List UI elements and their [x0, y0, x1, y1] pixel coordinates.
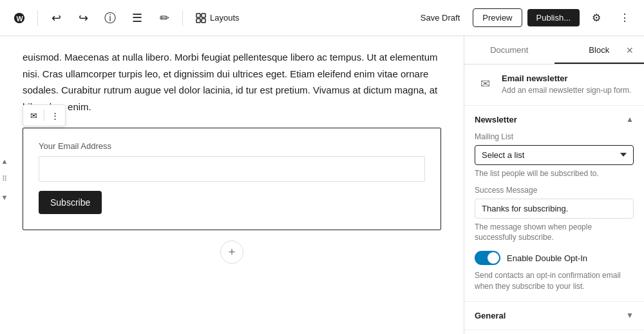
block-side-controls: ▲ ⠿ ▼	[0, 153, 12, 205]
success-message-label: Success Message	[475, 186, 634, 195]
toggle-track	[475, 251, 500, 265]
mailing-list-field: Mailing List Select a list The list peop…	[475, 132, 634, 179]
main-area: euismod. Maecenas at nulla libero. Morbi…	[0, 36, 644, 334]
block-icon-button[interactable]: ✉	[24, 106, 43, 124]
block-drag-handle[interactable]: ⠿	[0, 172, 12, 187]
double-optin-toggle[interactable]	[475, 251, 500, 265]
success-message-input[interactable]	[475, 199, 634, 219]
wp-logo-button[interactable]: W	[8, 6, 31, 30]
general-section: General ▼	[464, 302, 644, 330]
mailing-list-hint: The list people will be subscribed to.	[475, 168, 634, 179]
preview-button[interactable]: Preview	[473, 8, 522, 27]
email-address-label: Your Email Address	[39, 141, 425, 151]
double-optin-label: Enable Double Opt-In	[507, 253, 587, 263]
newsletter-section-title: Newsletter	[475, 115, 517, 124]
general-section-header[interactable]: General ▼	[464, 302, 644, 329]
double-optin-description: Send contacts an opt-in confirmation ema…	[475, 270, 634, 292]
svg-rect-2	[196, 14, 200, 17]
editor-paragraph: euismod. Maecenas at nulla libero. Morbi…	[23, 49, 441, 115]
toolbar-divider-1	[37, 10, 38, 26]
info-button[interactable]: ⓘ	[99, 6, 122, 30]
newsletter-chevron-icon: ▲	[626, 115, 634, 124]
mailing-list-select[interactable]: Select a list	[475, 145, 634, 165]
block-info-text: Email newsletter Add an email newsletter…	[502, 74, 631, 96]
list-view-button[interactable]: ☰	[126, 6, 149, 30]
sidebar-tab-bar: Document Block ✕	[464, 36, 644, 64]
toolbar-right: Save Draft Preview Publish... ⚙ ⋮	[413, 6, 636, 30]
success-message-hint: The message shown when people successful…	[475, 222, 634, 244]
layouts-icon	[196, 13, 206, 23]
block-toolbar-sep	[44, 110, 44, 121]
newsletter-section: Newsletter ▲ Mailing List Select a list …	[464, 106, 644, 302]
email-address-input[interactable]	[39, 156, 425, 182]
block-toolbar: ✉ ⋮	[23, 104, 66, 126]
email-newsletter-block: Your Email Address Subscribe	[23, 128, 441, 230]
double-optin-toggle-row: Enable Double Opt-In	[475, 251, 634, 265]
block-info-icon: ✉	[475, 74, 495, 94]
subscribe-button[interactable]: Subscribe	[39, 191, 102, 214]
block-move-up-button[interactable]: ▲	[0, 153, 12, 169]
svg-rect-3	[202, 14, 205, 17]
main-toolbar: W ↩ ↪ ⓘ ☰ ✏ Layouts Save Draft Preview P…	[0, 0, 644, 36]
editor-content: euismod. Maecenas at nulla libero. Morbi…	[23, 49, 441, 264]
block-info-description: Add an email newsletter sign-up form.	[502, 85, 631, 96]
block-more-button[interactable]: ⋮	[46, 106, 64, 124]
toolbar-divider-2	[182, 10, 183, 26]
toolbar-left: W ↩ ↪ ⓘ ☰ ✏ Layouts	[8, 6, 409, 30]
newsletter-section-header[interactable]: Newsletter ▲	[475, 115, 634, 124]
success-message-field: Success Message The message shown when p…	[475, 186, 634, 244]
more-options-button[interactable]: ⋮	[613, 6, 636, 30]
svg-rect-5	[202, 19, 205, 23]
color-section-header[interactable]: Color ▼	[464, 330, 644, 334]
tab-indicator	[554, 63, 645, 64]
double-optin-field: Enable Double Opt-In Send contacts an op…	[475, 251, 634, 292]
sidebar: Document Block ✕ ✉ Email newsletter Add …	[464, 36, 644, 334]
settings-button[interactable]: ⚙	[585, 6, 608, 30]
save-draft-button[interactable]: Save Draft	[413, 9, 468, 26]
toggle-thumb	[488, 252, 499, 264]
sidebar-close-button[interactable]: ✕	[621, 41, 639, 59]
add-block-button[interactable]: +	[220, 241, 243, 264]
color-section: Color ▼	[464, 330, 644, 334]
block-info-section: ✉ Email newsletter Add an email newslett…	[464, 64, 644, 106]
editor-area[interactable]: euismod. Maecenas at nulla libero. Morbi…	[0, 36, 464, 334]
block-move-down-button[interactable]: ▼	[0, 190, 12, 205]
publish-button[interactable]: Publish...	[527, 9, 580, 26]
general-chevron-icon: ▼	[626, 311, 634, 320]
svg-text:W: W	[17, 14, 24, 22]
email-block-wrapper: ✉ ⋮ ▲ ⠿ ▼ Your Email Address Subscribe	[23, 128, 441, 230]
block-info-title: Email newsletter	[502, 74, 631, 83]
redo-button[interactable]: ↪	[71, 6, 95, 30]
mailing-list-label: Mailing List	[475, 132, 634, 141]
undo-button[interactable]: ↩	[44, 6, 68, 30]
layouts-button[interactable]: Layouts	[189, 9, 246, 27]
general-section-title: General	[475, 311, 506, 320]
layouts-label: Layouts	[210, 13, 240, 23]
document-tab[interactable]: Document	[464, 36, 554, 64]
edit-button[interactable]: ✏	[153, 6, 176, 30]
svg-rect-4	[196, 19, 200, 23]
